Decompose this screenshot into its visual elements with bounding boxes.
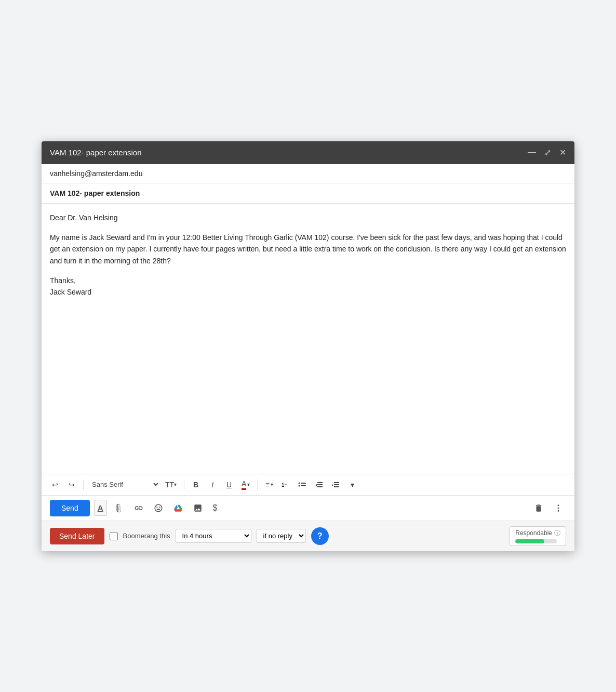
- toolbar-divider-2: [184, 480, 184, 490]
- more-options-button[interactable]: [551, 500, 566, 516]
- underline-button[interactable]: U: [222, 477, 236, 492]
- text-format-button[interactable]: A: [94, 500, 107, 516]
- image-icon: [193, 503, 203, 513]
- window-controls: — ⤢ ✕: [528, 148, 566, 157]
- svg-rect-11: [334, 486, 339, 487]
- in-hours-select[interactable]: In 4 hours In 1 hour In 2 hours In 8 hou…: [176, 529, 251, 543]
- action-toolbar: Send A: [42, 495, 574, 521]
- compose-window: VAM 102- paper extension — ⤢ ✕ Dear Dr. …: [42, 141, 574, 551]
- drive-icon: [173, 503, 183, 513]
- link-icon: [134, 503, 143, 513]
- trash-icon: [534, 503, 543, 513]
- respondable-info-icon[interactable]: ⓘ: [554, 529, 560, 538]
- redo-button[interactable]: ↪: [64, 477, 79, 492]
- svg-text:1≡: 1≡: [282, 482, 288, 488]
- to-input[interactable]: [50, 169, 566, 178]
- if-no-reply-select[interactable]: if no reply always: [257, 529, 306, 543]
- boomerang-checkbox[interactable]: [110, 532, 118, 540]
- svg-point-15: [558, 510, 559, 511]
- text-color-button[interactable]: A ▾: [238, 477, 253, 492]
- emoji-icon: [154, 503, 163, 513]
- emoji-button[interactable]: [151, 500, 166, 516]
- more-format-button[interactable]: ▾: [345, 477, 359, 492]
- title-bar: VAM 102- paper extension — ⤢ ✕: [42, 141, 574, 164]
- send-button[interactable]: Send: [50, 500, 90, 516]
- toolbar-divider-1: [83, 480, 84, 490]
- align-button[interactable]: ≡ ▾: [262, 477, 276, 492]
- subject-field-row: [42, 183, 574, 204]
- font-family-select[interactable]: Sans Serif Arial Times New Roman: [88, 479, 160, 490]
- greeting: Dear Dr. Van Helsing: [50, 212, 566, 223]
- dollar-button[interactable]: $: [210, 500, 221, 516]
- svg-rect-6: [317, 484, 323, 485]
- paperclip-icon: [114, 503, 124, 513]
- respondable-progress-bar: [515, 539, 557, 543]
- closing: Thanks, Jack Seward: [50, 275, 566, 298]
- image-button[interactable]: [190, 500, 206, 516]
- svg-rect-3: [301, 483, 306, 484]
- svg-point-14: [558, 507, 559, 509]
- respondable-label: Respondable ⓘ: [515, 529, 560, 538]
- svg-point-1: [299, 482, 300, 484]
- svg-point-2: [299, 485, 300, 486]
- window-title: VAM 102- paper extension: [50, 148, 142, 157]
- font-size-button[interactable]: TT ▾: [162, 477, 180, 492]
- body-paragraph: My name is Jack Seward and I'm in your 1…: [50, 232, 566, 267]
- send-later-button[interactable]: Send Later: [50, 528, 104, 544]
- close-button[interactable]: ✕: [559, 148, 566, 157]
- text-format-icon: A: [98, 503, 103, 512]
- svg-rect-7: [317, 486, 323, 487]
- indent-decrease-button[interactable]: [312, 477, 326, 492]
- respondable-widget[interactable]: Respondable ⓘ: [510, 526, 566, 546]
- bold-button[interactable]: B: [189, 477, 203, 492]
- svg-point-13: [558, 504, 559, 506]
- more-vertical-icon: [554, 503, 563, 513]
- format-toolbar: ↩ ↪ Sans Serif Arial Times New Roman TT …: [42, 474, 574, 495]
- undo-button[interactable]: ↩: [48, 477, 62, 492]
- to-field-row: [42, 164, 574, 183]
- drive-button[interactable]: [170, 500, 186, 516]
- respondable-progress-fill: [515, 539, 544, 543]
- boomerang-help-button[interactable]: ?: [311, 527, 329, 545]
- svg-rect-9: [334, 482, 339, 483]
- bottom-bar: Send Later Boomerang this In 4 hours In …: [42, 521, 574, 551]
- email-body[interactable]: Dear Dr. Van Helsing My name is Jack Sew…: [42, 204, 574, 474]
- question-mark-icon: ?: [317, 531, 323, 541]
- boomerang-label: Boomerang this: [123, 532, 170, 540]
- minimize-button[interactable]: —: [528, 148, 536, 157]
- bulleted-list-button[interactable]: [295, 477, 310, 492]
- indent-increase-button[interactable]: [328, 477, 343, 492]
- svg-rect-10: [334, 484, 339, 485]
- svg-marker-8: [315, 484, 317, 486]
- numbered-list-button[interactable]: 1≡: [278, 477, 293, 492]
- italic-button[interactable]: I: [205, 477, 220, 492]
- toolbar-divider-3: [257, 480, 258, 490]
- svg-rect-4: [301, 485, 306, 486]
- maximize-button[interactable]: ⤢: [544, 148, 551, 157]
- attach-button[interactable]: [111, 500, 127, 516]
- link-button[interactable]: [131, 500, 146, 516]
- subject-input[interactable]: [50, 189, 566, 197]
- dollar-icon: $: [213, 503, 218, 513]
- delete-button[interactable]: [531, 500, 546, 516]
- svg-rect-5: [317, 482, 323, 483]
- svg-marker-12: [332, 484, 333, 486]
